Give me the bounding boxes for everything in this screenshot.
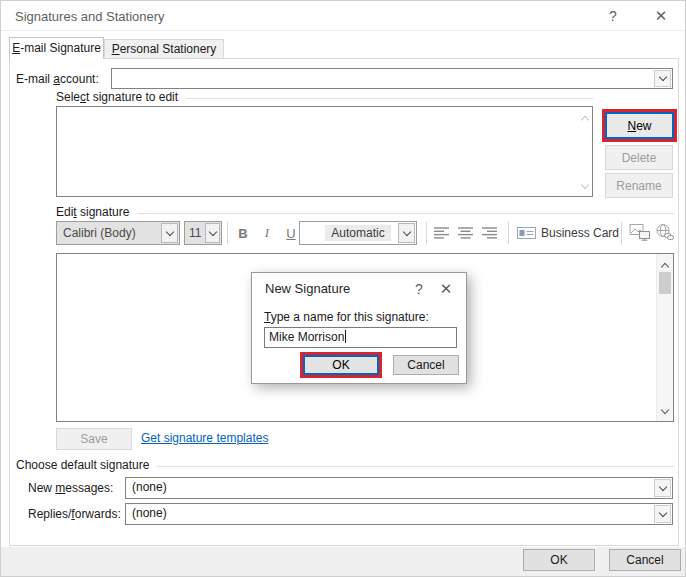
signature-name-label: Type a name for this signature:: [264, 310, 429, 324]
ok-button[interactable]: OK: [523, 549, 595, 571]
scroll-down-icon[interactable]: [582, 177, 588, 191]
font-color-combobox[interactable]: Automatic: [299, 221, 417, 245]
chevron-down-icon[interactable]: [205, 223, 220, 243]
toolbar-separator: [621, 222, 622, 244]
group-rule: [157, 466, 674, 467]
dialog-title: Signatures and Stationery: [15, 9, 165, 24]
scroll-up-icon[interactable]: [582, 112, 588, 126]
font-name-combobox[interactable]: Calibri (Body): [56, 221, 180, 245]
title-bar: Signatures and Stationery ? ✕: [1, 1, 686, 31]
popup-close-icon[interactable]: ✕: [435, 276, 457, 302]
new-messages-combobox[interactable]: (none): [125, 477, 673, 499]
annotation-box-new: New: [602, 109, 677, 142]
delete-button[interactable]: Delete: [605, 145, 673, 170]
group-rule: [137, 213, 674, 214]
popup-title: New Signature: [265, 281, 350, 296]
tab-personal-stationery[interactable]: Personal Stationery: [104, 39, 224, 58]
chevron-down-icon[interactable]: [654, 505, 671, 523]
tab-label: -mail Signature: [20, 41, 101, 55]
email-account-label: E-mail account:: [16, 72, 99, 86]
toolbar-separator: [508, 222, 509, 244]
rename-button[interactable]: Rename: [605, 173, 673, 198]
select-signature-group-header: Select signature to edit: [56, 90, 593, 104]
insert-picture-icon[interactable]: [629, 224, 651, 241]
align-left-icon[interactable]: [433, 226, 450, 240]
chevron-down-icon[interactable]: [161, 223, 178, 243]
get-signature-templates-link[interactable]: Get signature templates: [141, 431, 268, 445]
signatures-stationery-dialog: Signatures and Stationery ? ✕ E-mail Sig…: [0, 0, 686, 577]
group-rule: [186, 98, 593, 99]
align-center-icon[interactable]: [457, 226, 474, 240]
email-account-combobox[interactable]: [111, 68, 673, 89]
choose-default-group-header: Choose default signature: [16, 458, 674, 472]
scroll-up-icon[interactable]: [662, 259, 668, 273]
new-messages-value: (none): [132, 480, 167, 494]
align-right-icon[interactable]: [481, 226, 498, 240]
insert-hyperlink-icon[interactable]: [655, 223, 674, 240]
business-card-icon: [517, 226, 536, 240]
tab-label: ersonal Stationery: [120, 42, 217, 56]
scroll-down-icon[interactable]: [662, 402, 668, 416]
font-color-value: Automatic: [325, 225, 390, 241]
tab-email-signature[interactable]: E-mail Signature: [9, 37, 104, 59]
chevron-down-icon[interactable]: [398, 223, 415, 243]
bold-button[interactable]: B: [232, 221, 254, 245]
popup-cancel-button[interactable]: Cancel: [393, 355, 459, 375]
signature-name-value: Mike Morrison: [269, 330, 344, 344]
dialog-footer: OK Cancel: [1, 547, 686, 577]
font-size-combobox[interactable]: 11: [184, 221, 222, 245]
signature-listbox[interactable]: [56, 106, 593, 197]
close-icon[interactable]: ✕: [646, 1, 676, 31]
replies-forwards-combobox[interactable]: (none): [125, 503, 673, 525]
edit-signature-group-header: Edit signature: [56, 205, 674, 219]
toolbar-separator: [227, 222, 228, 244]
tab-label: E: [12, 41, 20, 55]
toolbar-separator: [426, 222, 427, 244]
business-card-button[interactable]: Business Card: [517, 223, 619, 243]
text-caret: [345, 330, 346, 343]
replies-forwards-label: Replies/forwards:: [28, 507, 121, 521]
italic-button[interactable]: I: [256, 221, 278, 245]
font-name-value: Calibri (Body): [63, 226, 136, 240]
business-card-label: Business Card: [541, 226, 619, 240]
chevron-down-icon[interactable]: [654, 70, 671, 87]
popup-ok-button[interactable]: OK: [303, 355, 379, 375]
new-signature-dialog: New Signature ? ✕ Type a name for this s…: [251, 272, 467, 384]
help-icon[interactable]: ?: [598, 1, 628, 31]
popup-help-icon[interactable]: ?: [408, 276, 430, 302]
editor-scrollbar[interactable]: [656, 254, 673, 421]
tab-label: P: [112, 42, 120, 56]
cancel-button[interactable]: Cancel: [609, 549, 681, 571]
new-button[interactable]: New: [605, 112, 674, 139]
annotation-box-ok: OK: [300, 352, 382, 378]
replies-forwards-value: (none): [132, 506, 167, 520]
font-size-value: 11: [189, 226, 201, 240]
chevron-down-icon[interactable]: [654, 479, 671, 497]
save-button[interactable]: Save: [56, 428, 132, 450]
scrollbar-thumb[interactable]: [659, 272, 671, 294]
new-messages-label: New messages:: [28, 481, 113, 495]
signature-name-input[interactable]: Mike Morrison: [264, 327, 457, 348]
